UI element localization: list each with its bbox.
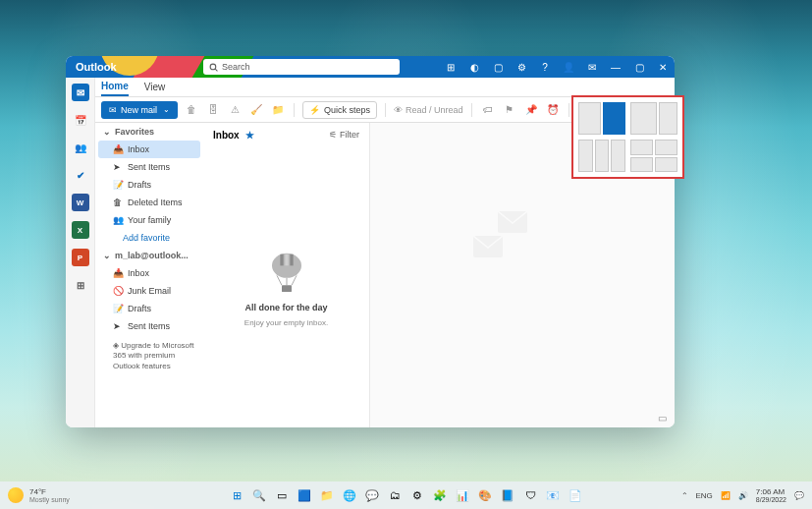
sidebar-item-acc-inbox[interactable]: 📥Inbox [95,264,203,282]
sidebar-item-deleted[interactable]: 🗑Deleted Items [95,194,203,211]
pin-icon[interactable]: 📌 [523,102,539,118]
account-section[interactable]: ⌄m_lab@outlook... [95,247,203,264]
sidebar-item-acc-sent[interactable]: ➤Sent Items [95,317,203,335]
rail-mail-icon[interactable]: ✉ [72,84,89,101]
svg-rect-5 [282,285,292,292]
rail-calendar-icon[interactable]: 📅 [72,111,89,129]
sidebar-item-yourfamily[interactable]: 👥Your family [95,211,203,229]
junk-icon: 🚫 [113,286,123,296]
tray-chevron-icon[interactable]: ⌃ [681,491,688,500]
rail-powerpoint-icon[interactable]: P [72,249,89,266]
report-icon[interactable]: ⚠ [227,102,243,118]
start-button[interactable]: ⊞ [227,485,246,505]
help-icon[interactable]: ? [533,56,557,78]
close-button[interactable]: ✕ [651,56,675,78]
sweep-icon[interactable]: 🧹 [248,102,264,118]
message-list: Inbox★ ⚟Filter All done for the day Enjo… [203,123,370,427]
folder-title: Inbox [213,130,240,141]
empty-state: All done for the day Enjoy your empty in… [203,146,369,427]
sent-icon: ➤ [113,162,123,172]
tag-icon[interactable]: 🏷 [480,102,496,118]
system-tray: ⌃ ENG 📶 🔊 7:06 AM8/29/2022 💬 [681,487,805,503]
maximize-button[interactable]: ▢ [627,56,651,78]
empty-subtitle: Enjoy your empty inbox. [244,318,328,327]
archive-icon[interactable]: 🗄 [205,102,221,118]
search-input[interactable]: Search [203,59,400,75]
rail-todo-icon[interactable]: ✔ [72,166,89,184]
rail-apps-icon[interactable]: ⊞ [72,276,89,294]
app-icon[interactable]: 📄 [566,485,585,505]
svg-rect-3 [285,254,288,265]
tray-wifi-icon[interactable]: 📶 [721,491,731,500]
read-unread-button[interactable]: 👁Read / Unread [394,105,463,115]
star-icon[interactable]: ★ [245,130,254,141]
sent-icon: ➤ [113,321,123,331]
app-icon[interactable]: 📊 [453,485,472,505]
account-icon[interactable]: 👤 [557,56,580,78]
feedback-icon[interactable]: ✉ [580,56,604,78]
notify-icon[interactable]: ▢ [486,56,510,78]
chevron-down-icon: ⌄ [103,127,111,137]
taskbar-search-icon[interactable]: 🔍 [249,485,269,505]
snap-layout-2col[interactable] [578,102,625,135]
sidebar-item-inbox[interactable]: 📥Inbox [98,141,200,158]
meet-icon[interactable]: ◐ [462,56,486,78]
sidebar-item-sent[interactable]: ➤Sent Items [95,158,203,176]
delete-icon[interactable]: 🗑 [184,102,199,118]
app-name: Outlook [76,61,117,73]
snap-layout-3col[interactable] [578,140,625,172]
group-icon: 👥 [113,215,123,225]
sidebar-item-acc-drafts[interactable]: 📝Drafts [95,300,203,317]
rail-word-icon[interactable]: W [72,194,89,211]
minimize-button[interactable]: — [604,56,627,78]
app-icon[interactable]: 🎨 [475,485,495,505]
tray-notifications-icon[interactable]: 💬 [794,491,804,500]
app-icon[interactable]: 🛡 [520,485,540,505]
app-icon[interactable]: 🗂 [385,485,405,505]
edge-icon[interactable]: 🌐 [340,485,359,505]
app-icon[interactable]: 🧩 [430,485,450,505]
moveto-icon[interactable]: 📁 [270,102,286,118]
favorites-section[interactable]: ⌄Favorites [95,123,203,141]
new-mail-button[interactable]: New mail [101,101,178,119]
taskbar-weather[interactable]: 74°FMostly sunny [8,487,70,503]
svg-point-0 [210,64,216,70]
snap-layout-2col-wide[interactable] [630,102,677,135]
quick-steps-button[interactable]: Quick steps [302,101,377,119]
explorer-icon[interactable]: 📁 [317,485,337,505]
add-favorite-button[interactable]: Add favorite [95,229,203,247]
app-icon[interactable]: ⚙ [407,485,427,505]
upgrade-promo[interactable]: ◈ Upgrade to Microsoft 365 with premium … [95,335,203,377]
sidebar-item-junk[interactable]: 🚫Junk Email [95,282,203,300]
sidebar-item-drafts[interactable]: 📝Drafts [95,176,203,194]
apps-icon[interactable]: ⊞ [439,56,462,78]
svg-rect-4 [290,254,293,265]
empty-title: All done for the day [244,303,327,312]
task-view-icon[interactable]: ▭ [272,485,292,505]
layout-toggle-icon[interactable]: ▭ [658,413,667,424]
filter-button[interactable]: ⚟Filter [329,130,359,140]
settings-icon[interactable]: ⚙ [510,56,533,78]
taskbar-center: ⊞ 🔍 ▭ 🟦 📁 🌐 💬 🗂 ⚙ 🧩 📊 🎨 📘 🛡 📧 📄 [227,485,585,505]
titlebar: Outlook Search ⊞ ◐ ▢ ⚙ ? 👤 ✉ — ▢ ✕ [66,56,675,78]
tab-view[interactable]: View [144,79,166,95]
drafts-icon: 📝 [113,304,123,313]
tab-home[interactable]: Home [101,78,129,96]
tray-clock[interactable]: 7:06 AM8/29/2022 [756,487,786,503]
diamond-icon: ◈ [113,341,119,350]
rail-people-icon[interactable]: 👥 [72,139,89,156]
app-icon[interactable]: 💬 [362,485,382,505]
tray-lang[interactable]: ENG [696,491,713,500]
app-icon[interactable]: 📘 [498,485,517,505]
chevron-down-icon: ⌄ [103,251,111,260]
snap-layout-4quad[interactable] [630,140,677,172]
weather-cond: Mostly sunny [29,496,70,503]
snooze-icon[interactable]: ⏰ [545,102,561,118]
tray-volume-icon[interactable]: 🔊 [738,491,748,500]
widgets-icon[interactable]: 🟦 [295,485,314,505]
rail-excel-icon[interactable]: X [72,221,89,239]
envelope-watermark-icon [473,236,503,257]
outlook-taskbar-icon[interactable]: 📧 [543,485,563,505]
flag-icon[interactable]: ⚑ [502,102,517,118]
svg-rect-2 [280,254,283,265]
